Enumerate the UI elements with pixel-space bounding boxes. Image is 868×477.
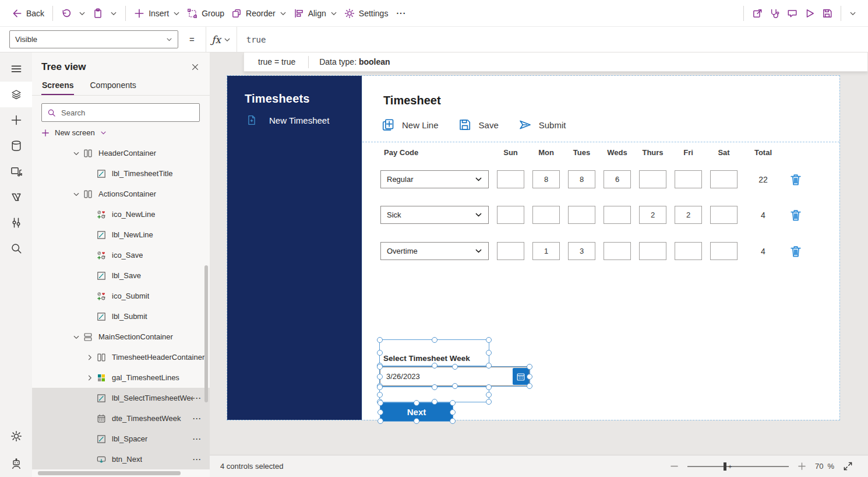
selection-resize-handle[interactable]: [377, 350, 383, 356]
fx-menu-button[interactable]: ƒx: [206, 27, 237, 52]
selection-resize-handle[interactable]: [527, 383, 532, 389]
hours-input-sat[interactable]: [710, 242, 738, 260]
hours-input-sun[interactable]: [497, 242, 524, 260]
delete-row-trash-icon[interactable]: [789, 173, 803, 187]
delete-row-trash-icon[interactable]: [789, 244, 803, 258]
rail-advanced-tools-button[interactable]: [0, 210, 32, 236]
back-button[interactable]: Back: [8, 6, 48, 21]
tree-item-lbl_Spacer[interactable]: lbl_Spacer···: [32, 429, 210, 449]
zoom-out-button[interactable]: [670, 462, 679, 471]
align-button[interactable]: Align: [290, 6, 341, 21]
hours-input-mon[interactable]: [532, 206, 560, 224]
paste-button[interactable]: [89, 6, 107, 21]
hours-input-weds[interactable]: [604, 242, 631, 260]
pay-code-dropdown[interactable]: Regular: [380, 170, 489, 188]
selection-resize-handle[interactable]: [452, 364, 458, 370]
fit-to-window-icon[interactable]: [843, 461, 853, 471]
selection-resize-handle[interactable]: [377, 400, 383, 406]
hours-input-mon[interactable]: [532, 170, 560, 188]
selection-resize-handle[interactable]: [486, 350, 492, 356]
selection-box-label[interactable]: Select Timesheet Week: [379, 339, 489, 366]
selection-resize-handle[interactable]: [432, 384, 437, 390]
insert-button[interactable]: Insert: [130, 6, 184, 21]
zoom-in-button[interactable]: [798, 462, 806, 471]
rail-search-button[interactable]: [0, 236, 32, 261]
delete-row-trash-icon[interactable]: [789, 208, 803, 222]
zoom-slider[interactable]: +: [687, 466, 789, 467]
rail-power-automate-button[interactable]: [0, 184, 32, 210]
formula-input[interactable]: true: [246, 35, 868, 44]
hours-input-weds[interactable]: [604, 170, 631, 188]
chevron-down-icon[interactable]: [73, 191, 80, 198]
more-options-button[interactable]: ···: [193, 435, 206, 443]
tree-vertical-scrollbar[interactable]: [204, 265, 208, 402]
tab-components[interactable]: Components: [89, 78, 136, 95]
tree-item-lbl_Save[interactable]: lbl_Save: [32, 265, 210, 286]
chevron-down-icon[interactable]: [73, 150, 80, 157]
selection-resize-handle[interactable]: [414, 418, 419, 424]
hours-input-sat[interactable]: [710, 170, 738, 188]
more-options-button[interactable]: ···: [193, 455, 206, 464]
reorder-button[interactable]: Reorder: [228, 6, 290, 21]
tree-item-lbl_SelectTimesheetWee[interactable]: lbl_SelectTimesheetWee···: [32, 388, 210, 408]
selection-box-next-button[interactable]: Next: [380, 402, 453, 422]
hamburger-menu-button[interactable]: [0, 56, 32, 82]
rail-media-button[interactable]: [0, 159, 32, 184]
settings-button[interactable]: Settings: [341, 6, 392, 21]
rail-data-button[interactable]: [0, 133, 32, 159]
selection-resize-handle[interactable]: [377, 337, 383, 343]
selection-resize-handle[interactable]: [377, 418, 383, 424]
new-screen-button[interactable]: New screen: [32, 123, 210, 141]
tree-item-ico_Submit[interactable]: ico_Submit: [32, 286, 210, 306]
preview-button[interactable]: [801, 6, 818, 21]
tree-item-HeaderContainer[interactable]: HeaderContainer: [32, 143, 210, 163]
selection-resize-handle[interactable]: [486, 384, 492, 390]
selection-resize-handle[interactable]: [377, 392, 383, 398]
selection-resize-handle[interactable]: [414, 400, 419, 406]
zoom-slider-thumb[interactable]: [724, 462, 726, 471]
tab-screens[interactable]: Screens: [41, 78, 74, 95]
selection-resize-handle[interactable]: [452, 383, 458, 389]
selection-resize-handle[interactable]: [450, 409, 456, 415]
hours-input-sun[interactable]: [497, 170, 524, 188]
hours-input-sun[interactable]: [497, 206, 524, 224]
selection-resize-handle[interactable]: [432, 399, 437, 405]
selection-resize-handle[interactable]: [486, 392, 492, 398]
tree-item-lbl_Submit[interactable]: lbl_Submit: [32, 306, 210, 327]
undo-menu-chevron[interactable]: [75, 8, 89, 19]
paste-menu-chevron[interactable]: [107, 8, 121, 19]
selection-resize-handle[interactable]: [450, 400, 456, 406]
hours-input-tues[interactable]: [568, 242, 595, 260]
tree-item-ico_NewLine[interactable]: ico_NewLine: [32, 204, 210, 225]
new-timesheet-item[interactable]: New Timesheet: [246, 115, 329, 125]
save-action-button[interactable]: Save: [458, 118, 499, 131]
property-selector[interactable]: Visible: [9, 30, 178, 48]
selection-resize-handle[interactable]: [527, 364, 532, 370]
selection-resize-handle[interactable]: [377, 364, 383, 370]
selection-resize-handle[interactable]: [486, 399, 492, 405]
tree-item-ActionsContainer[interactable]: ActionsContainer: [32, 184, 210, 204]
selection-resize-handle[interactable]: [486, 363, 492, 369]
close-icon[interactable]: [191, 63, 199, 71]
rail-copilot-button[interactable]: [0, 451, 32, 477]
hours-input-tues[interactable]: [568, 206, 595, 224]
selection-resize-handle[interactable]: [432, 363, 437, 369]
selection-resize-handle[interactable]: [486, 337, 492, 343]
tree-search-box[interactable]: [41, 103, 200, 122]
tree-item-btn_Next[interactable]: btn_Next···: [32, 449, 210, 469]
chevron-down-icon[interactable]: [73, 334, 80, 341]
group-button[interactable]: Group: [184, 6, 228, 21]
new-line-action-button[interactable]: New Line: [382, 118, 439, 131]
hours-input-thurs[interactable]: [639, 170, 666, 188]
hours-input-fri[interactable]: [675, 206, 702, 224]
tree-horizontal-scrollbar[interactable]: [38, 471, 181, 475]
hours-input-thurs[interactable]: [639, 242, 666, 260]
rail-insert-button[interactable]: [0, 107, 32, 133]
tree-item-dte_TimesheetWeek[interactable]: dte_TimesheetWeek···: [32, 408, 210, 429]
selection-resize-handle[interactable]: [377, 384, 383, 390]
more-options-button[interactable]: ···: [193, 415, 206, 423]
hours-input-sat[interactable]: [710, 206, 738, 224]
rail-settings-button[interactable]: [0, 423, 32, 449]
hours-input-fri[interactable]: [675, 242, 702, 260]
tree-item-lbl_NewLine[interactable]: lbl_NewLine: [32, 225, 210, 245]
